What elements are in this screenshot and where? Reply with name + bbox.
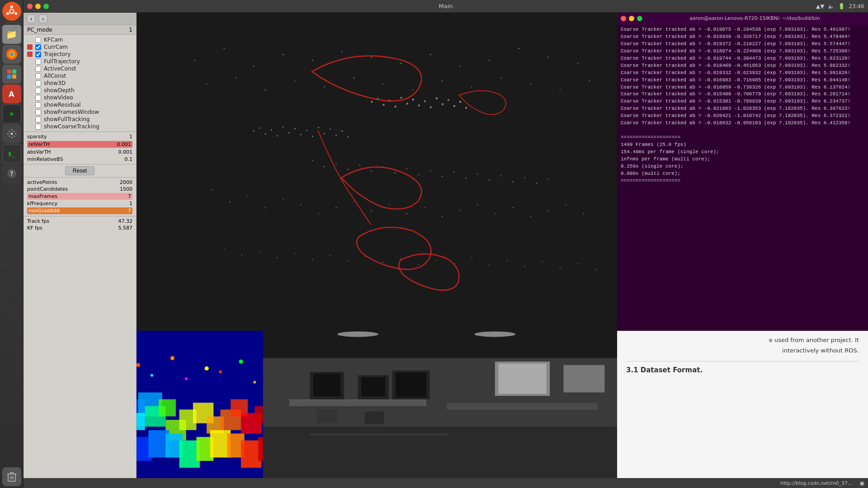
ubuntu-logo-icon[interactable] [2, 2, 21, 21]
dock-separator [5, 23, 19, 23]
unity-icon[interactable]: ⚙ [2, 104, 21, 123]
checkbox-input[interactable] [35, 59, 41, 65]
svg-rect-103 [548, 179, 549, 180]
checkbox-input[interactable] [35, 52, 41, 57]
help-icon[interactable]: ? [2, 164, 21, 183]
svg-rect-119 [477, 204, 478, 206]
slider-row: relVarTH0.001 [27, 141, 132, 148]
title-bar: Main ▲▼ 🔈 🔋 23:46 [24, 0, 868, 13]
svg-rect-22 [224, 48, 225, 49]
svg-rect-40 [353, 77, 354, 79]
svg-rect-88 [371, 170, 372, 172]
terminal-maximize-button[interactable] [637, 16, 642, 21]
fps-value: 47.32 [118, 218, 133, 224]
param-label: kfFrequency [27, 201, 112, 206]
checkbox-input[interactable] [35, 66, 41, 72]
window-title: Main [439, 3, 453, 9]
svg-rect-141 [489, 265, 490, 266]
software-icon[interactable] [2, 65, 21, 84]
reset-button[interactable]: Reset [65, 166, 94, 175]
svg-rect-187 [289, 399, 426, 406]
svg-rect-21 [194, 60, 195, 61]
svg-rect-101 [524, 177, 525, 178]
svg-rect-127 [241, 254, 243, 256]
terminal-title: aaron@aaron-Lenovo-R720-15IKBNi: ~/dso/b… [645, 15, 864, 21]
svg-rect-112 [353, 201, 354, 202]
color-indicator [27, 73, 33, 79]
maximize-button[interactable] [43, 4, 49, 9]
svg-rect-87 [359, 164, 360, 166]
back-button[interactable]: ‹ [27, 14, 35, 23]
fps-row: Track fps47.32 [27, 218, 132, 224]
svg-rect-92 [418, 174, 420, 175]
fps-value: 5.587 [118, 225, 133, 231]
terminal-close-button[interactable] [621, 16, 626, 21]
checkbox-input[interactable] [35, 102, 41, 108]
param-label: pointCandidates [27, 186, 112, 192]
svg-rect-106 [247, 195, 249, 197]
checkbox-row: Trajectory [27, 51, 132, 57]
checkbox-input[interactable] [35, 124, 41, 130]
settings-icon[interactable] [2, 124, 21, 143]
svg-point-177 [239, 360, 243, 364]
system-tray: ▲▼ 🔈 🔋 23:46 [816, 3, 864, 9]
svg-rect-25 [312, 60, 313, 61]
checkbox-row: showVideo [27, 94, 132, 101]
svg-rect-110 [318, 213, 319, 214]
checkbox-input[interactable] [35, 109, 41, 115]
application-dock: 📁 A ⚙ $_ ? [0, 0, 24, 488]
forward-button[interactable]: › [39, 14, 47, 23]
checkbox-input[interactable] [35, 95, 41, 101]
svg-rect-154 [159, 399, 176, 417]
page-indicator: ▣ [860, 480, 864, 486]
volume-icon: 🔈 [828, 3, 835, 9]
browser-icon[interactable] [2, 45, 21, 64]
trash-icon[interactable] [2, 467, 21, 486]
terminal-content[interactable]: Coarse Tracker tracked ab = -0.019075 -0… [617, 24, 868, 331]
url-display: http://blog.csdn.net/m0_37... [780, 480, 853, 486]
svg-rect-54 [283, 127, 284, 128]
fps-section: Track fps47.32KF fps5.587 [24, 216, 136, 233]
close-button[interactable] [27, 4, 33, 9]
checkbox-input[interactable] [35, 37, 41, 43]
svg-rect-143 [524, 266, 525, 267]
svg-point-176 [205, 366, 209, 371]
slider-row: absVarTH0.001 [27, 149, 132, 155]
checkbox-label: showResidual [44, 102, 81, 108]
svg-rect-113 [371, 210, 372, 211]
svg-rect-123 [548, 210, 549, 211]
text-editor-icon[interactable]: A [2, 84, 21, 103]
svg-rect-192 [361, 377, 385, 396]
checkbox-input[interactable] [35, 88, 41, 94]
checkbox-row: showCoarseTracking [27, 123, 132, 130]
clock: 23:46 [849, 3, 864, 9]
slider-row: sparsity1 [27, 134, 132, 140]
svg-rect-59 [312, 136, 313, 137]
viewer-area: aaron@aaron-Lenovo-R720-15IKBNi: ~/dso/b… [137, 13, 868, 478]
checkbox-input[interactable] [35, 117, 41, 122]
svg-rect-45 [500, 77, 502, 79]
checkbox-input[interactable] [35, 44, 41, 50]
files-icon[interactable]: 📁 [2, 25, 21, 44]
svg-rect-46 [530, 83, 531, 84]
svg-rect-162 [255, 406, 263, 423]
checkbox-input[interactable] [35, 80, 41, 86]
svg-rect-37 [265, 89, 266, 90]
terminal-minimize-button[interactable] [629, 16, 634, 21]
checkbox-input[interactable] [35, 73, 41, 79]
pointcloud-canvas [137, 13, 617, 331]
svg-rect-132 [330, 255, 331, 256]
checkbox-row: KFCam [27, 37, 132, 43]
terminal-dock-icon[interactable]: $_ [2, 144, 21, 163]
checkbox-row: showDepth [27, 87, 132, 94]
svg-rect-121 [512, 207, 514, 208]
svg-rect-60 [318, 127, 319, 128]
panel-navigation: ‹ › [24, 13, 136, 25]
minimize-button[interactable] [35, 4, 41, 9]
control-panel: ‹ › PC_mode 1 KFCamCurrCamTrajectoryFull… [24, 13, 137, 478]
svg-rect-50 [259, 127, 260, 129]
param-value: 2000 [112, 179, 132, 185]
svg-rect-33 [548, 57, 549, 58]
svg-rect-73 [412, 99, 414, 100]
svg-point-200 [337, 332, 378, 337]
